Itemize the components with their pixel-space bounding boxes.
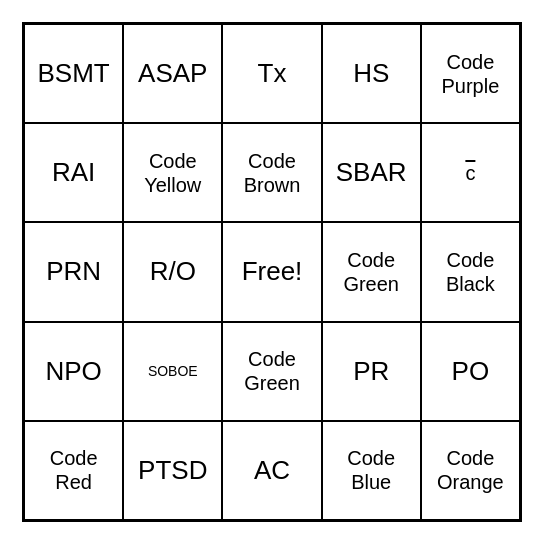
- bingo-cell-r0c4: Code Purple: [421, 24, 520, 123]
- cell-text-r0c1: ASAP: [138, 58, 207, 89]
- cell-text-r4c4: Code Orange: [426, 446, 515, 494]
- bingo-cell-r4c4: Code Orange: [421, 421, 520, 520]
- cell-text-r1c2: Code Brown: [227, 149, 316, 197]
- cell-text-r2c0: PRN: [46, 256, 101, 287]
- cell-text-r1c1: Code Yellow: [128, 149, 217, 197]
- cell-text-r0c0: BSMT: [37, 58, 109, 89]
- bingo-board: BSMTASAPTxHSCode PurpleRAICode YellowCod…: [22, 22, 522, 522]
- cell-text-r2c1: R/O: [150, 256, 196, 287]
- cell-text-r2c4: Code Black: [426, 248, 515, 296]
- cell-text-r2c2: Free!: [242, 256, 303, 287]
- cell-text-r3c1: SOBOE: [148, 363, 198, 380]
- cell-text-r1c0: RAI: [52, 157, 95, 188]
- cell-text-r0c4: Code Purple: [426, 50, 515, 98]
- bingo-cell-r4c3: Code Blue: [322, 421, 421, 520]
- bingo-cell-r3c3: PR: [322, 322, 421, 421]
- bingo-cell-r3c1: SOBOE: [123, 322, 222, 421]
- cell-text-r4c0: Code Red: [29, 446, 118, 494]
- cell-text-r4c1: PTSD: [138, 455, 207, 486]
- bingo-cell-r2c1: R/O: [123, 222, 222, 321]
- cell-text-r3c4: PO: [452, 356, 490, 387]
- bingo-cell-r3c4: PO: [421, 322, 520, 421]
- bingo-cell-r0c3: HS: [322, 24, 421, 123]
- cell-text-r2c3: Code Green: [327, 248, 416, 296]
- bingo-cell-r4c1: PTSD: [123, 421, 222, 520]
- cell-text-r0c3: HS: [353, 58, 389, 89]
- bingo-cell-r3c0: NPO: [24, 322, 123, 421]
- cell-text-r0c2: Tx: [258, 58, 287, 89]
- cbar-symbol: c: [465, 161, 475, 185]
- bingo-cell-r1c4: c: [421, 123, 520, 222]
- bingo-cell-r1c0: RAI: [24, 123, 123, 222]
- bingo-cell-r2c0: PRN: [24, 222, 123, 321]
- bingo-cell-r2c3: Code Green: [322, 222, 421, 321]
- cell-text-r1c3: SBAR: [336, 157, 407, 188]
- bingo-cell-r0c1: ASAP: [123, 24, 222, 123]
- bingo-cell-r1c3: SBAR: [322, 123, 421, 222]
- cell-text-r4c3: Code Blue: [327, 446, 416, 494]
- cell-text-r3c0: NPO: [45, 356, 101, 387]
- cell-text-r3c3: PR: [353, 356, 389, 387]
- bingo-cell-r4c0: Code Red: [24, 421, 123, 520]
- bingo-cell-r2c2: Free!: [222, 222, 321, 321]
- bingo-cell-r0c0: BSMT: [24, 24, 123, 123]
- bingo-cell-r3c2: Code Green: [222, 322, 321, 421]
- cell-text-r3c2: Code Green: [227, 347, 316, 395]
- bingo-cell-r1c1: Code Yellow: [123, 123, 222, 222]
- cell-text-r4c2: AC: [254, 455, 290, 486]
- bingo-cell-r2c4: Code Black: [421, 222, 520, 321]
- bingo-cell-r1c2: Code Brown: [222, 123, 321, 222]
- bingo-cell-r4c2: AC: [222, 421, 321, 520]
- bingo-cell-r0c2: Tx: [222, 24, 321, 123]
